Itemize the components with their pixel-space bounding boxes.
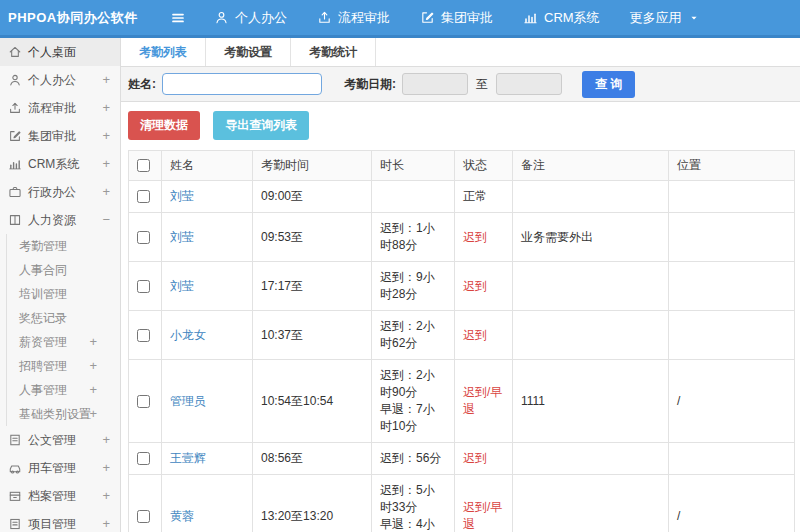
sidebar-subitem-salary-management[interactable]: 薪资管理 + — [7, 330, 120, 354]
row-checkbox[interactable] — [137, 395, 150, 408]
date-from-input[interactable] — [402, 73, 468, 95]
sidebar-item-admin-office[interactable]: 行政办公 + — [0, 178, 120, 206]
tab-attendance-list[interactable]: 考勤列表 — [121, 38, 206, 66]
expand-indicator: + — [102, 454, 110, 482]
location-text — [669, 213, 795, 262]
row-checkbox[interactable] — [137, 510, 150, 523]
sidebar-subitem-attendance-management[interactable]: 考勤管理 — [7, 234, 120, 258]
row-checkbox[interactable] — [137, 280, 150, 293]
name-input[interactable] — [162, 73, 322, 95]
sidebar-item-personal-office[interactable]: 个人办公 + — [0, 66, 120, 94]
table-row: 小龙女 10:37至 迟到：2小时62分 迟到 — [129, 311, 795, 360]
remark-text — [513, 181, 669, 213]
employee-name-link[interactable]: 王壹辉 — [170, 451, 206, 465]
duration-cell: 迟到：5小时33分早退：4小时67分 — [372, 475, 455, 532]
table-row: 黄蓉 13:20至13:20 迟到：5小时33分早退：4小时67分 迟到/早退 … — [129, 475, 795, 532]
expand-indicator: + — [89, 354, 97, 378]
nav-label: CRM系统 — [544, 9, 600, 27]
sidebar-subitem-recruit-management[interactable]: 招聘管理 + — [7, 354, 120, 378]
flow-icon — [317, 10, 332, 25]
nav-label: 更多应用 — [630, 9, 682, 27]
employee-name-link[interactable]: 刘莹 — [170, 230, 194, 244]
tab-attendance-settings[interactable]: 考勤设置 — [206, 38, 291, 66]
nav-item-crm-system[interactable]: CRM系统 — [523, 9, 600, 27]
table-row: 管理员 10:54至10:54 迟到：2小时90分早退：7小时10分 迟到/早退… — [129, 360, 795, 443]
nav-item-personal-office[interactable]: 个人办公 — [214, 9, 287, 27]
app-logo: PHPOA协同办公软件 — [0, 9, 160, 27]
employee-name-link[interactable]: 小龙女 — [170, 328, 206, 342]
search-button[interactable]: 查 询 — [582, 71, 635, 98]
nav-item-group-approval[interactable]: 集团审批 — [420, 9, 493, 27]
expand-indicator: + — [89, 402, 97, 426]
top-bar: PHPOA协同办公软件 个人办公 流程审批 集团审批 CRM系统 更多应用 — [0, 0, 800, 38]
chart-icon — [8, 157, 22, 171]
clean-data-button[interactable]: 清理数据 — [128, 111, 200, 140]
sidebar-item-project-management[interactable]: 项目管理 + — [0, 510, 120, 532]
sidebar-item-label: 个人桌面 — [28, 44, 76, 61]
location-text — [669, 311, 795, 360]
expand-indicator: + — [102, 150, 110, 178]
sidebar-item-archive-management[interactable]: 档案管理 + — [0, 482, 120, 510]
duration-cell: 迟到：9小时28分 — [372, 262, 455, 311]
sidebar-subitem-label: 培训管理 — [19, 286, 67, 303]
employee-name-link[interactable]: 黄蓉 — [170, 509, 194, 523]
sidebar-subitem-training-management[interactable]: 培训管理 — [7, 282, 120, 306]
location-text — [669, 262, 795, 311]
nav-label: 集团审批 — [441, 9, 493, 27]
export-list-button[interactable]: 导出查询列表 — [213, 111, 309, 140]
date-to-input[interactable] — [496, 73, 562, 95]
status-text: 迟到 — [455, 262, 513, 311]
status-text: 迟到/早退 — [455, 475, 513, 532]
employee-name-link[interactable]: 刘莹 — [170, 189, 194, 203]
sidebar-item-vehicle-management[interactable]: 用车管理 + — [0, 454, 120, 482]
status-text: 迟到/早退 — [455, 360, 513, 443]
row-checkbox[interactable] — [137, 231, 150, 244]
select-all-checkbox[interactable] — [137, 159, 150, 172]
sidebar-item-group-approval[interactable]: 集团审批 + — [0, 122, 120, 150]
expand-indicator: + — [89, 330, 97, 354]
row-checkbox[interactable] — [137, 329, 150, 342]
column-header-duration: 时长 — [372, 151, 455, 181]
attendance-time: 08:56至 — [253, 443, 372, 475]
sidebar-subitem-hr-contract[interactable]: 人事合同 — [7, 258, 120, 282]
sidebar-subitem-base-category-settings[interactable]: 基础类别设置 + — [7, 402, 120, 426]
location-text: / — [669, 360, 795, 443]
sidebar-item-crm-system[interactable]: CRM系统 + — [0, 150, 120, 178]
duration-line: 迟到：5小时33分 — [380, 482, 446, 516]
duration-line: 迟到：1小时88分 — [380, 220, 446, 254]
nav-item-workflow-approval[interactable]: 流程审批 — [317, 9, 390, 27]
remark-text — [513, 475, 669, 532]
attendance-time: 17:17至 — [253, 262, 372, 311]
attendance-table-wrap: 姓名 考勤时间 时长 状态 备注 位置 刘莹 09:00至 正常 — [121, 140, 800, 532]
employee-name-link[interactable]: 刘莹 — [170, 279, 194, 293]
sidebar-item-document-management[interactable]: 公文管理 + — [0, 426, 120, 454]
employee-name-link[interactable]: 管理员 — [170, 394, 206, 408]
sidebar-item-human-resources[interactable]: 人力资源 − — [0, 206, 120, 234]
table-row: 刘莹 09:00至 正常 — [129, 181, 795, 213]
hamburger-menu-icon[interactable] — [170, 10, 186, 26]
tab-attendance-statistics[interactable]: 考勤统计 — [291, 38, 376, 66]
sidebar-subitem-label: 考勤管理 — [19, 238, 67, 255]
sidebar-subitem-personnel-management[interactable]: 人事管理 + — [7, 378, 120, 402]
sidebar-item-workflow-approval[interactable]: 流程审批 + — [0, 94, 120, 122]
duration-line: 迟到：2小时62分 — [380, 318, 446, 352]
attendance-time: 10:54至10:54 — [253, 360, 372, 443]
nav-item-more-apps[interactable]: 更多应用 — [630, 9, 700, 27]
to-label: 至 — [476, 76, 488, 93]
sidebar-subitem-label: 奖惩记录 — [19, 310, 67, 327]
sidebar-item-personal-desktop[interactable]: 个人桌面 — [0, 38, 120, 66]
filter-bar: 姓名: 考勤日期: 至 查 询 — [121, 67, 800, 102]
duration-line: 早退：7小时10分 — [380, 401, 446, 435]
row-checkbox[interactable] — [137, 190, 150, 203]
status-text: 迟到 — [455, 443, 513, 475]
sidebar-item-label: CRM系统 — [28, 156, 79, 173]
location-text: / — [669, 475, 795, 532]
duration-cell: 迟到：56分 — [372, 443, 455, 475]
expand-indicator: + — [102, 94, 110, 122]
row-checkbox[interactable] — [137, 452, 150, 465]
remark-text: 业务需要外出 — [513, 213, 669, 262]
name-label: 姓名: — [128, 76, 156, 93]
sidebar-subitem-reward-punishment[interactable]: 奖惩记录 — [7, 306, 120, 330]
attendance-time: 13:20至13:20 — [253, 475, 372, 532]
remark-text — [513, 443, 669, 475]
